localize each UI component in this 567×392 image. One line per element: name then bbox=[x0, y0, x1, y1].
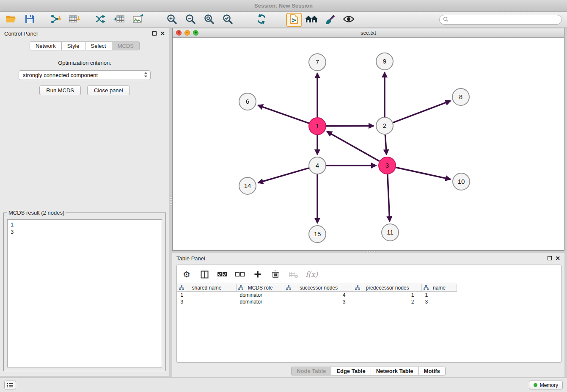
graph-node-2[interactable] bbox=[376, 117, 393, 134]
float-panel-icon[interactable] bbox=[548, 256, 552, 260]
graph-node-4[interactable] bbox=[309, 157, 326, 174]
mcds-result-box: MCDS result (2 nodes) 1 3 bbox=[3, 210, 166, 371]
tab-mcds[interactable]: MCDS bbox=[112, 41, 140, 50]
graph-node-6[interactable] bbox=[239, 93, 256, 110]
graph-node-1[interactable] bbox=[309, 118, 326, 135]
refresh-icon bbox=[256, 14, 267, 26]
search-input[interactable] bbox=[451, 17, 558, 23]
tab-edge-table[interactable]: Edge Table bbox=[331, 367, 371, 375]
export-table-icon bbox=[113, 14, 125, 26]
graph-edge-2-8[interactable] bbox=[393, 101, 451, 122]
vertical-splitter[interactable] bbox=[169, 28, 172, 376]
add-column-button[interactable] bbox=[252, 269, 263, 280]
tab-network[interactable]: Network bbox=[30, 41, 62, 50]
tab-node-table[interactable]: Node Table bbox=[291, 367, 331, 375]
splitter-grip-icon[interactable] bbox=[170, 196, 172, 207]
table-panel-header: Table Panel ✕ bbox=[172, 253, 564, 264]
export-table-button[interactable] bbox=[110, 13, 129, 27]
table-row[interactable]: 3 dominator 3 2 3 bbox=[177, 298, 561, 305]
splitter-grip-icon[interactable] bbox=[365, 251, 376, 252]
apply-layout-button[interactable] bbox=[252, 13, 271, 27]
float-panel-icon[interactable] bbox=[152, 31, 157, 36]
search-icon bbox=[443, 16, 449, 24]
minimize-window-icon[interactable]: − bbox=[184, 30, 190, 36]
graph-node-8[interactable] bbox=[452, 88, 469, 105]
export-network-button[interactable] bbox=[91, 13, 110, 27]
home-button[interactable] bbox=[302, 13, 321, 27]
graph-edge-4-14[interactable] bbox=[258, 168, 309, 183]
column-header-mcds-role[interactable]: MCDS role bbox=[237, 284, 284, 292]
search-box[interactable] bbox=[439, 15, 562, 25]
table-settings-button[interactable]: ⚙ bbox=[181, 269, 192, 280]
list-icon bbox=[7, 383, 14, 388]
style-brush-button[interactable] bbox=[321, 13, 339, 27]
export-image-icon bbox=[132, 14, 144, 26]
graph-node-9[interactable] bbox=[376, 53, 393, 70]
column-header-successor-nodes[interactable]: successor nodes bbox=[284, 284, 353, 292]
mcds-result-item: 3 bbox=[11, 228, 159, 235]
column-header-shared-name[interactable]: shared name bbox=[177, 284, 237, 292]
graph-node-3[interactable] bbox=[379, 157, 396, 174]
show-hide-button[interactable] bbox=[339, 13, 358, 27]
deselect-all-button[interactable] bbox=[234, 269, 245, 280]
close-window-icon[interactable]: ✕ bbox=[176, 30, 182, 36]
main-toolbar bbox=[0, 12, 567, 28]
graph-node-7[interactable] bbox=[309, 54, 326, 71]
zoom-selected-button[interactable] bbox=[218, 13, 237, 27]
network-view-window: scc.txt ✕ − + 7968124314101511 bbox=[172, 28, 564, 251]
close-panel-button[interactable]: Close panel bbox=[87, 86, 130, 95]
close-panel-icon[interactable]: ✕ bbox=[555, 256, 560, 260]
tab-select[interactable]: Select bbox=[85, 41, 112, 50]
close-panel-icon[interactable]: ✕ bbox=[160, 31, 165, 36]
graph-edge-1-2[interactable] bbox=[326, 126, 374, 126]
delete-table-button[interactable] bbox=[288, 269, 299, 280]
network-graph[interactable]: 7968124314101511 bbox=[173, 38, 564, 250]
graph-edge-3-10[interactable] bbox=[396, 167, 451, 179]
function-builder-button[interactable]: f(x) bbox=[306, 269, 318, 280]
graph-node-10[interactable] bbox=[453, 173, 470, 190]
dropdown-arrows-icon bbox=[144, 72, 148, 79]
criterion-dropdown[interactable]: strongly connected component bbox=[19, 70, 151, 80]
window-titlebar: Session: New Session bbox=[0, 0, 567, 12]
column-header-name[interactable]: name bbox=[422, 284, 457, 292]
annotation-mode-button[interactable] bbox=[286, 13, 302, 27]
graph-edge-3-11[interactable] bbox=[388, 174, 390, 221]
run-mcds-button[interactable]: Run MCDS bbox=[39, 86, 81, 95]
graph-edge-3-1[interactable] bbox=[327, 132, 380, 161]
mcds-result-list[interactable]: 1 3 bbox=[7, 219, 162, 367]
delete-column-button[interactable] bbox=[270, 269, 281, 280]
select-all-button[interactable] bbox=[217, 269, 228, 280]
column-header-predecessor-nodes[interactable]: predecessor nodes bbox=[353, 284, 422, 292]
checked-boxes-icon bbox=[217, 271, 227, 277]
memory-button[interactable]: Memory bbox=[529, 381, 563, 389]
tab-network-table[interactable]: Network Table bbox=[371, 367, 419, 375]
table-row[interactable]: 1 dominator 4 1 1 bbox=[177, 292, 561, 298]
eye-icon bbox=[343, 15, 355, 25]
tab-motifs[interactable]: Motifs bbox=[418, 367, 446, 375]
save-session-button[interactable] bbox=[20, 13, 39, 27]
zoom-in-button[interactable] bbox=[162, 13, 181, 27]
control-panel-header: Control Panel ✕ bbox=[0, 28, 169, 39]
save-icon bbox=[25, 14, 35, 26]
import-table-button[interactable] bbox=[65, 13, 84, 27]
column-header-icon bbox=[286, 285, 291, 291]
show-columns-button[interactable] bbox=[199, 269, 210, 280]
zoom-fit-button[interactable] bbox=[200, 13, 218, 27]
tab-style[interactable]: Style bbox=[61, 41, 85, 50]
graph-node-15[interactable] bbox=[309, 226, 326, 243]
graph-node-14[interactable] bbox=[239, 177, 256, 194]
trash-icon bbox=[272, 270, 279, 279]
import-network-icon bbox=[50, 14, 62, 26]
graph-node-11[interactable] bbox=[382, 224, 399, 241]
import-network-button[interactable] bbox=[47, 13, 65, 27]
export-image-button[interactable] bbox=[129, 13, 147, 27]
maximize-window-icon[interactable]: + bbox=[193, 30, 198, 36]
graph-edge-1-6[interactable] bbox=[258, 105, 309, 123]
panel-menu-button[interactable] bbox=[4, 381, 16, 389]
table-panel: Table Panel ✕ ⚙ bbox=[172, 253, 564, 377]
zoom-out-button[interactable] bbox=[181, 13, 200, 27]
graph-edge-2-3[interactable] bbox=[385, 135, 386, 155]
zoom-in-icon bbox=[166, 14, 177, 26]
table-panel-title: Table Panel bbox=[176, 255, 205, 262]
open-session-button[interactable] bbox=[2, 13, 20, 27]
